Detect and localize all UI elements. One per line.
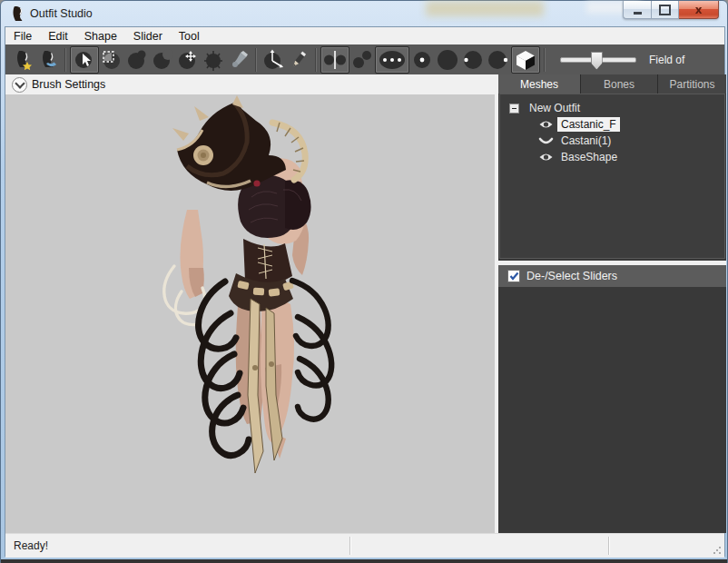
mesh-tree: New Outfit Castanic_F [499, 94, 725, 259]
window-title: Outfit Studio [30, 7, 93, 20]
pen-tool-icon [290, 50, 308, 70]
tree-root-label: New Outfit [526, 101, 584, 115]
deflate-brush-icon [152, 49, 173, 71]
menu-file[interactable]: File [5, 30, 40, 43]
brush-focus-button[interactable] [460, 47, 486, 73]
brush-strength-icon [436, 48, 459, 72]
load-project-button[interactable] [35, 47, 61, 73]
pen-tool-button[interactable] [286, 47, 311, 73]
toolbar-separator [315, 48, 317, 72]
visibility-eye-open-icon[interactable] [538, 152, 555, 163]
deflate-brush-button[interactable] [150, 47, 175, 73]
inflate-brush-button[interactable] [124, 47, 150, 73]
slider-toggle-header: De-/Select Sliders [498, 265, 726, 287]
collapse-expander-icon[interactable] [509, 104, 519, 114]
new-project-icon [12, 49, 34, 71]
brush-settings-label: Brush Settings [32, 78, 105, 91]
brush-strength-button[interactable] [435, 47, 460, 73]
brush-collision-icon [378, 49, 407, 71]
tab-partitions[interactable]: Partitions [658, 74, 726, 94]
maximize-button[interactable] [651, 1, 679, 19]
tree-item-label: Castanic_F [557, 117, 620, 132]
visibility-eye-closed-icon[interactable] [538, 135, 555, 146]
field-of-view-control: Field of [560, 54, 684, 66]
select-brush-icon [74, 49, 95, 71]
menu-shape[interactable]: Shape [76, 30, 125, 43]
mask-brush-button[interactable] [99, 47, 124, 73]
chevron-down-icon[interactable] [12, 77, 27, 93]
transform-tool-icon [261, 48, 285, 72]
deselect-sliders-label: De-/Select Sliders [526, 270, 617, 282]
viewport-3d-model [147, 95, 365, 486]
smooth-brush-button[interactable] [201, 47, 226, 73]
tree-item-label: BaseShape [557, 150, 621, 164]
fov-slider-thumb[interactable] [591, 52, 603, 70]
tab-meshes[interactable]: Meshes [498, 74, 581, 94]
app-logo-icon [10, 5, 25, 22]
tree-item-castanic-f[interactable]: Castanic_F [500, 116, 724, 133]
brush-focus-icon [461, 48, 485, 72]
toolbar-separator [544, 48, 546, 72]
background-window-blur [426, 1, 544, 16]
viewport-3d[interactable] [5, 94, 495, 533]
x-mirror-icon [323, 49, 347, 71]
tree-item-label: Castani(1) [557, 133, 615, 148]
check-icon [509, 272, 519, 281]
visibility-eye-open-icon[interactable] [538, 119, 555, 130]
tab-bar: Meshes Bones Partitions [498, 74, 726, 94]
minimize-icon [634, 12, 642, 15]
toolbar-separator [64, 48, 66, 72]
menu-bar: File Edit Shape Slider Tool [5, 27, 724, 45]
close-button[interactable]: x [679, 1, 719, 19]
textured-view-toggle[interactable] [511, 46, 540, 74]
textured-cube-icon [514, 48, 537, 72]
transform-tool-button[interactable] [261, 47, 286, 73]
fov-label: Field of [649, 54, 684, 66]
brush-size-button[interactable] [409, 47, 435, 73]
tree-item-baseshape[interactable]: BaseShape [500, 149, 724, 165]
window-bottom-edge [1, 559, 727, 563]
weight-brush-icon [228, 49, 250, 71]
title-bar[interactable]: Outfit Studio x [1, 1, 727, 26]
x-mirror-toggle[interactable] [320, 46, 349, 74]
menu-slider[interactable]: Slider [125, 30, 171, 43]
brush-spacing-button[interactable] [486, 47, 511, 73]
tree-item-castani-1[interactable]: Castani(1) [500, 133, 724, 149]
outfit-studio-window: Outfit Studio x File Edit Shape Slider T… [0, 0, 728, 563]
toolbar-separator [255, 48, 257, 72]
close-icon: x [695, 5, 703, 15]
toolbar: Field of [5, 44, 724, 74]
client-area: File Edit Shape Slider Tool [5, 26, 725, 557]
connected-vertices-icon [351, 49, 373, 71]
brush-collision-toggle[interactable] [375, 46, 409, 74]
weight-brush-button-disabled[interactable] [226, 47, 251, 73]
deselect-sliders-checkbox[interactable] [507, 270, 520, 282]
smooth-brush-icon [202, 49, 224, 71]
tree-item-new-outfit[interactable]: New Outfit [500, 100, 724, 116]
menu-tool[interactable]: Tool [171, 30, 208, 43]
status-message: Ready! [14, 539, 48, 552]
right-panel: Meshes Bones Partitions New Outfit [498, 74, 726, 533]
select-brush-button[interactable] [70, 46, 99, 74]
move-brush-icon [177, 49, 199, 71]
minimize-button[interactable] [623, 1, 651, 19]
tab-bones[interactable]: Bones [581, 74, 658, 94]
new-project-button[interactable] [10, 47, 35, 73]
maximize-icon [659, 5, 671, 15]
mask-brush-icon [101, 49, 123, 71]
brush-settings-bar: Brush Settings [5, 74, 495, 94]
window-controls: x [623, 1, 719, 18]
status-divider [608, 537, 610, 555]
brush-size-icon [411, 49, 433, 71]
status-bar: Ready! [5, 533, 724, 558]
fov-slider[interactable] [560, 57, 636, 63]
menu-edit[interactable]: Edit [40, 30, 76, 43]
resize-grip[interactable] [713, 546, 722, 555]
connected-vertices-toggle[interactable] [349, 47, 375, 73]
move-brush-button[interactable] [175, 47, 201, 73]
status-divider [349, 537, 351, 555]
brush-spacing-icon [487, 48, 510, 72]
inflate-brush-icon [126, 49, 148, 71]
load-project-icon [37, 49, 59, 71]
slider-list-panel[interactable] [498, 287, 726, 533]
